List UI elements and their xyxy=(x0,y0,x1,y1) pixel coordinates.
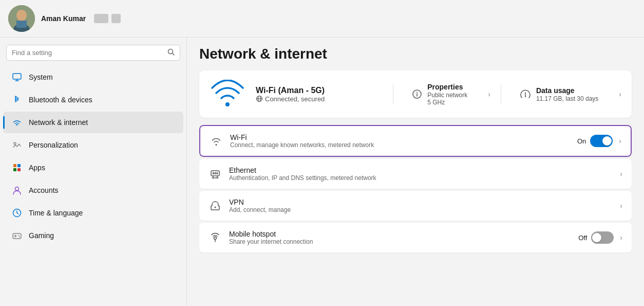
top-bar-icons xyxy=(94,14,121,23)
svg-rect-32 xyxy=(213,172,214,174)
svg-line-5 xyxy=(173,53,175,56)
sidebar: System Bluetooth & devices Network & int… xyxy=(0,38,187,306)
ethernet-row-text: Ethernet Authentication, IP and DNS sett… xyxy=(229,166,611,182)
content-area: Network & internet Wi-Fi (Aman - 5G) xyxy=(187,38,644,306)
svg-rect-3 xyxy=(16,21,27,28)
hotspot-toggle[interactable] xyxy=(591,231,614,244)
ethernet-row-right: › xyxy=(618,170,622,178)
wifi-row-chevron: › xyxy=(619,137,621,145)
svg-rect-11 xyxy=(17,164,21,167)
wifi-row-icon xyxy=(210,134,223,148)
info-icon xyxy=(412,89,422,99)
svg-rect-34 xyxy=(217,172,218,174)
wifi-row-right: On › xyxy=(577,135,621,147)
wifi-row-text: Wi-Fi Connect, manage known networks, me… xyxy=(230,133,570,149)
search-box[interactable] xyxy=(6,45,180,61)
data-usage-link[interactable]: Data usage 11.17 GB, last 30 days xyxy=(512,86,607,102)
hotspot-toggle-thumb xyxy=(592,233,601,242)
properties-text: Properties Public network 5 GHz xyxy=(427,82,467,106)
vpn-row-right: › xyxy=(618,202,622,210)
hotspot-status-label: Off xyxy=(578,234,587,242)
svg-rect-6 xyxy=(13,74,21,79)
svg-rect-10 xyxy=(13,164,16,167)
wifi-summary-card[interactable]: Wi-Fi (Aman - 5G) Connected, secured xyxy=(199,70,632,118)
wifi-row[interactable]: Wi-Fi Connect, manage known networks, me… xyxy=(199,125,632,157)
ethernet-row-container: Ethernet Authentication, IP and DNS sett… xyxy=(199,159,632,189)
time-icon xyxy=(11,207,23,219)
network-icon xyxy=(11,117,23,128)
sidebar-item-time-label: Time & language xyxy=(29,209,83,217)
data-usage-chevron: › xyxy=(619,90,621,98)
search-input[interactable] xyxy=(12,49,163,57)
ethernet-row-subtitle: Authentication, IP and DNS settings, met… xyxy=(229,174,611,182)
sidebar-item-system[interactable]: System xyxy=(3,66,183,88)
sidebar-item-accounts-label: Accounts xyxy=(29,186,59,194)
svg-point-9 xyxy=(14,142,16,145)
sidebar-item-gaming[interactable]: Gaming xyxy=(3,225,183,246)
wifi-name: Wi-Fi (Aman - 5G) xyxy=(256,86,383,95)
svg-point-20 xyxy=(19,236,20,237)
accounts-icon xyxy=(11,185,23,196)
hotspot-row-container: Mobile hotspot Share your internet conne… xyxy=(199,223,632,253)
main-layout: System Bluetooth & devices Network & int… xyxy=(0,38,644,306)
wifi-toggle-thumb xyxy=(602,136,612,146)
sidebar-item-network[interactable]: Network & internet xyxy=(3,112,183,133)
properties-link[interactable]: Properties Public network 5 GHz xyxy=(404,82,476,106)
sidebar-item-apps[interactable]: Apps xyxy=(3,157,183,178)
svg-point-26 xyxy=(416,92,418,93)
wifi-status-label: On xyxy=(577,137,586,145)
avatar[interactable] xyxy=(8,5,35,32)
vpn-row[interactable]: VPN Add, connect, manage › xyxy=(199,191,632,221)
vpn-row-text: VPN Add, connect, manage xyxy=(229,198,611,213)
hotspot-row-icon xyxy=(209,231,222,244)
wifi-large-icon xyxy=(210,79,245,110)
top-bar: Aman Kumar xyxy=(0,0,644,38)
wifi-toggle[interactable] xyxy=(590,135,613,147)
hotspot-row-title: Mobile hotspot xyxy=(229,230,571,238)
vpn-row-title: VPN xyxy=(229,198,611,206)
icon-rect-2 xyxy=(111,14,121,23)
ethernet-chevron: › xyxy=(620,170,622,178)
system-icon xyxy=(11,71,23,83)
ethernet-row-icon xyxy=(209,167,222,181)
icon-rect-1 xyxy=(94,14,108,23)
user-name-label: Aman Kumar xyxy=(41,14,86,23)
ethernet-row[interactable]: Ethernet Authentication, IP and DNS sett… xyxy=(199,159,632,189)
hotspot-row-right: Off › xyxy=(578,231,622,244)
vpn-row-icon xyxy=(209,199,222,212)
wifi-row-container: Wi-Fi Connect, manage known networks, me… xyxy=(199,125,632,157)
page-title: Network & internet xyxy=(199,46,632,62)
vpn-row-subtitle: Add, connect, manage xyxy=(229,206,611,213)
hotspot-row[interactable]: Mobile hotspot Share your internet conne… xyxy=(199,223,632,253)
sidebar-item-accounts[interactable]: Accounts xyxy=(3,179,183,201)
sidebar-item-gaming-label: Gaming xyxy=(29,231,54,240)
bluetooth-icon xyxy=(11,94,23,105)
svg-point-36 xyxy=(214,237,217,240)
ethernet-row-title: Ethernet xyxy=(229,166,611,174)
properties-chevron: › xyxy=(488,90,490,98)
wifi-info: Wi-Fi (Aman - 5G) Connected, secured xyxy=(256,86,383,103)
wifi-row-subtitle: Connect, manage known networks, metered … xyxy=(230,141,570,149)
hotspot-row-text: Mobile hotspot Share your internet conne… xyxy=(229,230,571,245)
sidebar-item-personalization[interactable]: Personalization xyxy=(3,134,183,156)
sidebar-item-personalization-label: Personalization xyxy=(29,141,78,149)
svg-point-1 xyxy=(16,10,27,21)
vpn-row-container: VPN Add, connect, manage › xyxy=(199,191,632,221)
sidebar-item-bluetooth[interactable]: Bluetooth & devices xyxy=(3,89,183,111)
vpn-chevron: › xyxy=(620,202,622,210)
sidebar-item-network-label: Network & internet xyxy=(29,118,88,127)
svg-point-27 xyxy=(525,96,526,97)
svg-point-14 xyxy=(15,187,19,191)
gaming-icon xyxy=(11,230,23,241)
data-usage-icon xyxy=(520,88,531,100)
sidebar-item-apps-label: Apps xyxy=(29,164,45,172)
sidebar-item-time[interactable]: Time & language xyxy=(3,202,183,224)
sidebar-item-system-label: System xyxy=(29,73,53,81)
personalization-icon xyxy=(11,139,23,151)
svg-rect-33 xyxy=(215,172,216,174)
apps-icon xyxy=(11,162,23,173)
svg-point-19 xyxy=(18,235,19,236)
wifi-status: Connected, secured xyxy=(256,95,383,103)
hotspot-row-subtitle: Share your internet connection xyxy=(229,238,571,245)
wifi-row-title: Wi-Fi xyxy=(230,133,570,141)
